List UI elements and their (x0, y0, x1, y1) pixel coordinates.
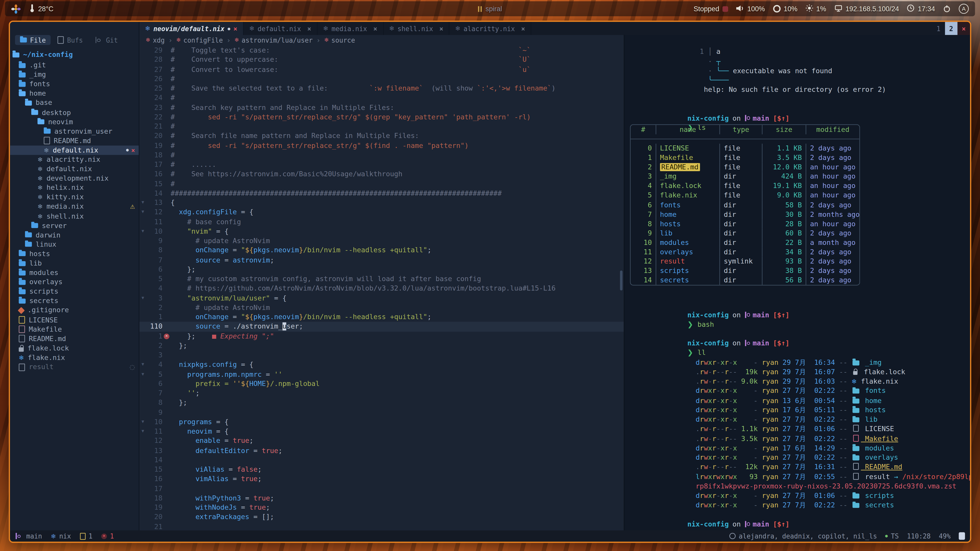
tree-item[interactable]: flake.nix (10, 353, 138, 362)
code-line[interactable]: ▼ 21 (139, 522, 624, 530)
tree-item[interactable]: home (10, 89, 138, 98)
tab-bufs[interactable]: Bufs (52, 35, 88, 45)
tree-item[interactable]: default.nix ●× (10, 145, 138, 155)
tree-item[interactable]: .git (10, 61, 138, 70)
tree-item[interactable]: LICENSE (10, 315, 138, 325)
tree-item[interactable]: helix.nix (10, 183, 138, 192)
code-line[interactable]: ▼ 13 defaultEditor = true; (139, 446, 624, 455)
tree-item[interactable]: alacritty.nix (10, 155, 138, 164)
tree-item[interactable]: README.md (10, 136, 138, 145)
code-line[interactable]: ▼ 15 # (139, 179, 624, 189)
tree-item[interactable]: development.nix (10, 174, 138, 183)
code-area[interactable]: ▼ 29 # Toggle text's case: `~` ▼ 28 (139, 44, 624, 530)
tree-item[interactable]: kitty.nix (10, 192, 138, 202)
code-line[interactable]: ▼ 23 # Search key pattern and Replace in… (139, 103, 624, 112)
tree-item[interactable]: .gitignore (10, 306, 138, 315)
close-buffer-icon[interactable]: × (373, 25, 377, 32)
tab-git[interactable]: Git (90, 35, 123, 45)
fold-arrow-icon[interactable]: ▼ (139, 293, 146, 303)
fold-arrow-icon[interactable]: ▼ (139, 370, 146, 379)
code-line[interactable]: ▼ 29 # Toggle text's case: `~` (139, 46, 624, 55)
code-line[interactable]: ▼ 3 (139, 351, 624, 360)
code-line[interactable]: ▼ 27 # Convert to lowercase: `u` (139, 65, 624, 74)
tree-item[interactable]: hosts (10, 249, 138, 259)
keyboard-layout-indicator[interactable]: A (959, 4, 969, 14)
terminal-pane[interactable]: 1 │ a · ┬ · ╰── executable was not found… (624, 35, 970, 530)
code-line[interactable]: ▼ 2 # update AstroNvim (139, 303, 624, 312)
code-line[interactable]: ▼ 17 (139, 484, 624, 493)
fold-arrow-icon[interactable]: ▼ (139, 198, 146, 207)
code-line[interactable]: ▼ 11 neovim = { (139, 427, 624, 436)
tree-item[interactable]: astronvim_user (10, 127, 138, 136)
tabpage-2[interactable]: 2 (945, 22, 958, 35)
fold-arrow-icon[interactable]: ▼ (139, 227, 146, 236)
tree-item[interactable]: secrets (10, 297, 138, 306)
tree-item[interactable]: shell.nix (10, 211, 138, 221)
code-line[interactable]: ▼ 19 withNodeJs = true; (139, 503, 624, 512)
fold-arrow-icon[interactable]: ▼ (139, 427, 146, 436)
tree-item[interactable]: Makefile (10, 325, 138, 334)
tree-item[interactable]: base (10, 98, 138, 108)
clock-widget[interactable]: 17:34 (907, 4, 935, 13)
breadcrumb-item[interactable]: ❄ xdg (146, 36, 165, 43)
editor[interactable]: ❄ xdg ❄ configFile ❄ astronvim/lua/user … (139, 35, 624, 530)
code-line[interactable]: ▼ 1 }; ■ Expecting ";" (139, 331, 624, 341)
launcher-flower-icon[interactable] (11, 4, 21, 14)
code-line[interactable]: ▼ 2 }; (139, 341, 624, 351)
tree-root[interactable]: ~/nix-config (10, 49, 138, 61)
code-line[interactable]: ▼ 6 prefix = ''${HOME}/.npm-global (139, 379, 624, 389)
close-tab-icon[interactable]: × (958, 22, 970, 35)
breadcrumb-item[interactable]: ❄ source (313, 36, 355, 43)
code-line[interactable]: ▼ 17 # ...... (139, 160, 624, 169)
code-line[interactable]: ▼ 6 }; (139, 265, 624, 274)
code-line[interactable]: ▼ 3 "astronvim/lua/user" = { (139, 293, 624, 303)
buffer-tab[interactable]: ❄ neovim/default.nix ● × (139, 22, 243, 35)
tabpage-1[interactable]: 1 (932, 22, 945, 35)
tree-item[interactable]: neovim (10, 117, 138, 127)
buffer-tab[interactable]: ❄ media.nix × (318, 22, 383, 35)
code-line[interactable]: ▼ 9 (139, 408, 624, 417)
code-line[interactable]: ▼ 12 xdg.configFile = { (139, 208, 624, 217)
tree-item[interactable]: linux (10, 240, 138, 249)
tree-item[interactable]: lib (10, 259, 138, 268)
code-line[interactable]: ▼ 28 # Convert to uppercase: `U` (139, 55, 624, 65)
close-buffer-icon[interactable]: × (521, 25, 525, 32)
code-line[interactable]: ▼ 5 programs.npm.npmrc = '' (139, 370, 624, 379)
code-line[interactable]: ▼ 7 ''; (139, 389, 624, 398)
fold-arrow-icon[interactable]: ▼ (139, 417, 146, 427)
code-line[interactable]: ▼ 8 }; (139, 398, 624, 408)
code-line[interactable]: ▼ 19 # sed -ri "s/pattern_str/replace_st… (139, 141, 624, 150)
tree-item[interactable]: README.md (10, 334, 138, 344)
code-line[interactable]: ▼ 21 # (139, 122, 624, 131)
code-line[interactable]: ▼ 16 vimAlias = true; (139, 474, 624, 484)
fold-arrow-icon[interactable]: ▼ (139, 208, 146, 217)
statusline-diagnostics[interactable]: × 1 (101, 532, 114, 540)
code-line[interactable]: ▼ 1 onChange = "${pkgs.neovim}/bin/nvim … (139, 312, 624, 322)
code-line[interactable]: ▼ 25 # Save the selected text to a file:… (139, 84, 624, 93)
tree-item[interactable]: result ◌ (10, 362, 138, 372)
code-line[interactable]: ▼ 20 # Search file name pattern and Repl… (139, 131, 624, 141)
code-line[interactable]: ▼ 9 # update AstroNvim (139, 236, 624, 246)
volume-widget[interactable]: 100% (736, 5, 765, 13)
tree-item[interactable]: modules (10, 268, 138, 278)
code-line[interactable]: ▼ 10 "nvim" = { (139, 227, 624, 236)
tree-item[interactable]: default.nix (10, 164, 138, 174)
buffer-tab[interactable]: ❄ shell.nix × (383, 22, 450, 35)
code-line[interactable]: ▼ 5 # my cusotom astronvim config, astro… (139, 274, 624, 284)
tab-file[interactable]: File (15, 35, 51, 45)
tree-item[interactable]: desktop (10, 108, 138, 117)
code-line[interactable]: ▼ 13 { (139, 198, 624, 207)
code-line[interactable]: ▼ 11 # base config (139, 217, 624, 227)
tree-item[interactable]: scripts (10, 287, 138, 297)
buffer-tab[interactable]: ❄ default.nix × (243, 22, 318, 35)
tree-item[interactable]: flake.lock (10, 343, 138, 353)
code-line[interactable]: ▼ 10 programs = { (139, 417, 624, 427)
close-buffer-icon[interactable]: × (307, 25, 311, 32)
code-line[interactable]: ▼ 110 source = ./astronvim_user; (139, 322, 624, 331)
code-line[interactable]: ▼ 22 # sed -ri "s/pattern_str/replace_st… (139, 112, 624, 122)
close-buffer-icon[interactable]: × (439, 25, 443, 32)
code-line[interactable]: ▼ 4 # https://github.com/AstroNvim/Astro… (139, 284, 624, 293)
network-widget[interactable]: 192.168.5.100/24 (834, 5, 899, 13)
code-line[interactable]: ▼ 18 withPython3 = true; (139, 493, 624, 503)
tree-item[interactable]: overlays (10, 278, 138, 287)
